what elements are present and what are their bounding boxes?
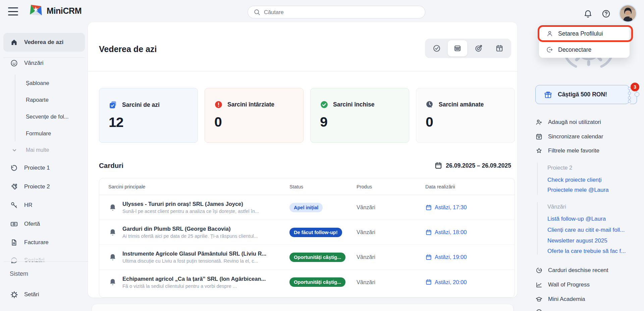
col-header: Produs [357,184,425,189]
check-circle-icon [320,100,328,109]
sidebar-item-setari[interactable]: Setări [0,289,88,300]
sidebar-more-toggle[interactable]: Mai multe [0,145,88,155]
avatar[interactable] [620,5,636,21]
view-list-button[interactable] [448,40,467,56]
sidebar-subitem-label: Formulare [26,130,51,137]
stat-card-tasks-closed[interactable]: Sarcini închise 9 [310,88,409,143]
home-icon [10,38,18,46]
main-content-card: Vederea de azi Sarcini d [88,22,517,298]
task-due[interactable]: Astăzi, 18:00 [425,229,515,236]
task-product: Vânzări [357,279,425,285]
check-circle-icon [432,44,441,53]
task-title: Instrumente Agricole Glasul Pământului S… [122,251,266,257]
table-row[interactable]: Garduri din Plumb SRL (George Bacovia) A… [99,220,515,245]
help-icon[interactable] [601,9,611,19]
rail-link-favorite-filters[interactable]: Filtrele mele favorite [535,147,599,154]
global-search[interactable] [248,6,425,18]
saved-filter-link[interactable]: Clienți care au citit e-mail foll... [547,227,625,233]
date-range-picker[interactable]: 26.09.2025 – 26.09.2025 [434,162,511,170]
saved-filter-link[interactable]: Proiectele mele @Laura [547,187,609,193]
view-goals-button[interactable] [469,40,488,56]
banknote-icon [10,220,18,228]
task-due[interactable]: Astăzi, 19:00 [425,254,515,261]
menu-icon[interactable] [8,7,18,15]
rail-link-recent-cards[interactable]: Carduri deschise recent [535,267,608,274]
rail-link-sync-calendar[interactable]: Sincronizare calendar [535,133,603,140]
clock-snooze-icon: z [426,100,434,109]
sidebar-item-formulare[interactable]: Formulare [0,128,88,138]
profile-dropdown: Setarea Profilului Deconectare [539,26,630,58]
sidebar-item-vederea-de-azi[interactable]: Vederea de azi [0,37,88,48]
saved-filter-link[interactable]: Check proiecte clienți [547,177,602,183]
task-bell-icon [108,278,117,286]
sidebar-item-rapoarte[interactable]: Rapoarte [0,95,88,105]
sidebar-subitem-label: Secvențe de fol... [26,114,69,120]
reward-button[interactable]: Câștigă 500 RON! [535,85,630,104]
menu-item-logout[interactable]: Deconectare [539,42,630,58]
sidebar-item-facturare[interactable]: Facturare [0,237,88,248]
sidebar-item-label: Ofertă [24,221,40,227]
rail-link-add-users[interactable]: Adaugă noi utilizatori [535,119,601,126]
calendar-icon [425,229,432,236]
sidebar-item-proiecte-1[interactable]: Proiecte 1 [0,162,88,174]
search-icon [253,8,261,16]
table-row[interactable]: Ulysses - Tururi prin oraș! SRL (James J… [99,195,515,220]
sidebar-item-secvente[interactable]: Secvențe de fol... [0,112,88,122]
alert-circle-icon [214,100,223,109]
next-section-card-clipped [92,304,514,311]
svg-text:z: z [431,105,432,108]
status-badge[interactable]: Apel inițial [289,203,323,212]
sidebar-section-sistem: Sistem [10,270,28,277]
search-input[interactable] [264,9,420,15]
status-badge[interactable]: De făcut follow-up! [289,228,342,237]
stat-card-tasks-today[interactable]: Sarcini de azi 12 [99,88,198,143]
sidebar-item-oferta[interactable]: Ofertă [0,218,88,230]
bell-icon[interactable] [583,9,593,19]
calendar-icon [425,254,432,261]
rail-link-clipped[interactable] [535,308,543,311]
app-root: MiniCRM Vederea de azi [0,0,644,311]
gift-icon [544,90,552,99]
rail-link-mini-academia[interactable]: Mini Academia [535,296,585,303]
chat-icon [10,256,18,264]
table-row[interactable]: Instrumente Agricole Glasul Pământului S… [99,245,515,270]
sidebar-item-proiecte-2[interactable]: Proiecte 2 [0,181,88,192]
menu-item-label: Deconectare [558,46,591,53]
rail-link-label: Carduri deschise recent [548,267,608,274]
table-row[interactable]: Echipament agricol „Ca la țară” SRL (Ion… [99,270,515,295]
task-title: Echipament agricol „Ca la țară” SRL (Ion… [122,276,266,282]
sidebar-item-sesizari[interactable]: Sesizări [0,255,88,266]
saved-filter-link[interactable]: Oferte la care trebuie să fac f... [547,248,626,255]
brand-logo[interactable]: MiniCRM [29,4,82,18]
sidebar-item-vanzari[interactable]: Vânzări [0,57,88,69]
col-header: Sarcini principale [108,184,289,189]
status-badge[interactable]: Oportunități câștig... [289,253,345,262]
view-calendar-button[interactable] [490,40,509,56]
filter-group-line [537,202,538,255]
menu-item-profile-settings[interactable]: Setarea Profilului [539,26,630,42]
stat-card-tasks-overdue[interactable]: Sarcini întârziate 0 [205,88,304,143]
task-due-text: Astăzi, 19:00 [435,254,467,260]
saved-filter-link[interactable]: Newsletter august 2025 [547,237,607,244]
stat-value: 9 [320,114,399,130]
sidebar-item-label: Vânzări [24,60,44,66]
sidebar-item-sabloane[interactable]: Șabloane [0,78,88,88]
rail-link-label: Sincronizare calendar [548,133,603,140]
task-subtitle: Fă o vizită la sediul clientului pentru … [122,283,266,289]
view-checklist-button[interactable] [427,40,446,56]
stat-label: Sarcini de azi [122,101,160,108]
calendar-icon [434,162,442,170]
saved-filter-link[interactable]: Listă follow-up @Laura [547,216,606,222]
task-due[interactable]: Astăzi, 17:30 [425,204,515,211]
status-badge[interactable]: Oportunități câștig... [289,277,345,287]
task-subtitle: Sună-l pe acest client pentru a analiza … [122,209,259,214]
task-due[interactable]: Astăzi, 20:00 [425,279,515,285]
stat-card-tasks-postponed[interactable]: z Sarcini amânate 0 [416,88,515,143]
rail-link-wall-of-progress[interactable]: Wall of Progress [535,281,590,288]
task-title: Garduri din Plumb SRL (George Bacovia) [122,226,258,232]
sidebar-item-hr[interactable]: HR [0,199,88,211]
date-range-value: 26.09.2025 – 26.09.2025 [446,162,511,169]
task-due-text: Astăzi, 17:30 [435,204,467,211]
smiley-icon [10,59,18,67]
menu-item-label: Setarea Profilului [558,30,603,37]
